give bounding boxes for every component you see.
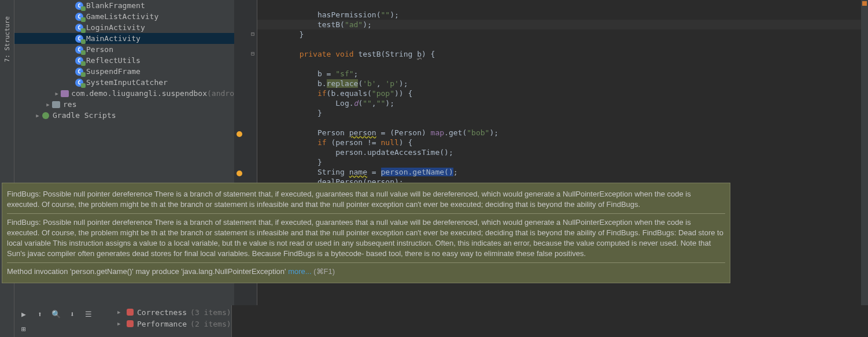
findbugs-category-label: Performance [137,320,187,328]
toolbar-btn-6[interactable]: ⊞ [17,323,31,335]
tree-item-gamelistactivity[interactable]: CGameListActivity [14,11,234,22]
findbugs-results-tree[interactable]: ▶Correctness (3 items)▶Performance (2 it… [101,305,231,337]
tree-item-res[interactable]: ▶res [14,99,234,110]
findbugs-count: (3 items) [190,308,231,317]
class-icon: C [75,13,84,21]
findbugs-panel: ▶ ⬆ 🔍 ⬇ ☰ ⊞ ▶Correctness (3 items)▶Perfo… [14,305,868,337]
code-line[interactable]: } [263,108,868,118]
code-line[interactable]: if (person != null) { [263,138,868,147]
tree-item-label: SuspendFrame [86,67,141,76]
class-icon: C [75,57,84,65]
findbugs-category-label: Correctness [137,308,187,317]
code-line[interactable]: } [263,157,868,167]
warning-gutter-icon[interactable] [237,171,242,176]
tree-item-suffix: (andro [207,89,234,98]
editor-gutter: ⊟ ⊟ [234,0,257,337]
code-line[interactable]: if(b.equals("pop")) { [263,88,868,98]
tree-item-label: res [63,100,76,109]
tree-item-label: com.demo.liuguangli.suspendbox [71,89,207,98]
toolbar-btn-2[interactable]: ⬆ [33,308,47,320]
code-line[interactable]: testB("ad"); [263,20,868,29]
code-editor[interactable]: ⊟ ⊟ hasPermission(""); testB("ad"); } pr… [234,0,868,337]
tree-item-label: Gradle Scripts [53,111,116,120]
scroll-marker-gutter [861,0,868,337]
code-line[interactable] [263,59,868,69]
tooltip-message-3-text: Method invocation 'person.getName()' may… [7,267,288,276]
tree-item-label: ReflectUtils [86,56,141,65]
findbugs-category-correctness[interactable]: ▶Correctness (3 items) [101,306,231,318]
code-line[interactable]: hasPermission(""); [263,10,868,20]
tree-item-gradle-scripts[interactable]: ▶Gradle Scripts [14,110,234,121]
tooltip-shortcut: (⌘F1) [312,267,335,276]
code-line[interactable]: Person person = (Person) map.get("bob"); [263,128,868,138]
pkg-icon [60,90,69,98]
tree-expand-arrow[interactable]: ▶ [53,90,60,97]
tree-item-label: Person [86,45,113,54]
structure-tab[interactable]: 7: Structure [2,12,12,66]
fold-expand-icon[interactable]: ⊟ [250,50,256,56]
tree-item-label: SystemInputCatcher [86,78,168,87]
class-icon: C [75,35,84,43]
project-tree[interactable]: CBlankFragmentCGameListActivityCLoginAct… [14,0,234,337]
code-line[interactable]: person.updateAccessTime(); [263,147,868,157]
scroll-warning-mark[interactable] [862,1,867,6]
gradle-icon [41,112,50,120]
class-icon: C [75,68,84,76]
tree-item-person[interactable]: CPerson [14,44,234,55]
code-line[interactable]: private void testB(String b) { [263,49,868,59]
findbugs-details-pane [231,305,868,337]
tree-item-label: GameListActivity [86,12,158,21]
tree-expand-arrow[interactable]: ▶ [117,321,123,327]
warning-gutter-icon[interactable] [237,131,242,137]
code-line[interactable] [263,39,868,49]
code-line[interactable]: } [263,29,868,39]
findbugs-category-performance[interactable]: ▶Performance (2 items) [101,318,231,329]
code-line[interactable]: b.replace('b', 'p'); [263,79,868,88]
code-line[interactable]: Log.d("",""); [263,98,868,108]
tree-item-mainactivity[interactable]: CMainActivity [14,33,234,44]
left-tool-sidebar: 7: Structure [0,0,14,337]
code-text-area[interactable]: hasPermission(""); testB("ad"); } privat… [263,0,868,187]
tree-expand-arrow[interactable]: ▶ [34,112,41,119]
tree-item-systeminputcatcher[interactable]: CSystemInputCatcher [14,77,234,88]
tree-item-label: BlankFragment [86,1,145,10]
inspection-tooltip: FindBugs: Possible null pointer derefere… [2,183,730,283]
toolbar-btn-1[interactable]: ▶ [17,308,31,320]
tree-item-com-demo-liuguangli-suspendbox[interactable]: ▶com.demo.liuguangli.suspendbox (andro [14,88,234,99]
toolbar-btn-5[interactable]: ☰ [82,308,95,320]
code-line[interactable]: b = "sf"; [263,69,868,79]
class-icon: C [75,79,84,87]
toolbar-btn-search[interactable]: 🔍 [49,308,63,320]
folder-icon [51,101,61,109]
tree-expand-arrow[interactable]: ▶ [45,101,51,108]
tooltip-message-1: FindBugs: Possible null pointer derefere… [7,187,725,212]
class-icon: C [75,24,84,32]
class-icon: C [75,46,84,54]
toolbar-btn-4[interactable]: ⬇ [65,308,79,320]
code-line[interactable] [263,0,868,10]
tree-expand-arrow[interactable]: ▶ [117,309,123,315]
tooltip-more-link[interactable]: more... [288,267,311,276]
code-line[interactable] [263,118,868,128]
structure-tab-label: 7: Structure [3,16,11,62]
tree-item-suspendframe[interactable]: CSuspendFrame [14,66,234,77]
code-line[interactable]: String name = person.getName(); [263,167,868,177]
findbugs-toolbar: ▶ ⬆ 🔍 ⬇ ☰ ⊞ [14,305,101,337]
bug-icon [127,309,134,316]
fold-collapse-icon[interactable]: ⊟ [250,31,256,36]
tree-item-label: MainActivity [86,34,141,43]
class-icon: C [75,2,84,10]
findbugs-count: (2 items) [190,320,231,328]
tree-item-loginactivity[interactable]: CLoginActivity [14,22,234,33]
tree-item-reflectutils[interactable]: CReflectUtils [14,55,234,66]
tree-item-label: LoginActivity [86,23,145,32]
tooltip-message-2: FindBugs: Possible null pointer derefere… [7,215,725,261]
tooltip-message-3: Method invocation 'person.getName()' may… [7,264,725,279]
tree-item-blankfragment[interactable]: CBlankFragment [14,0,234,11]
bug-icon [127,320,134,327]
